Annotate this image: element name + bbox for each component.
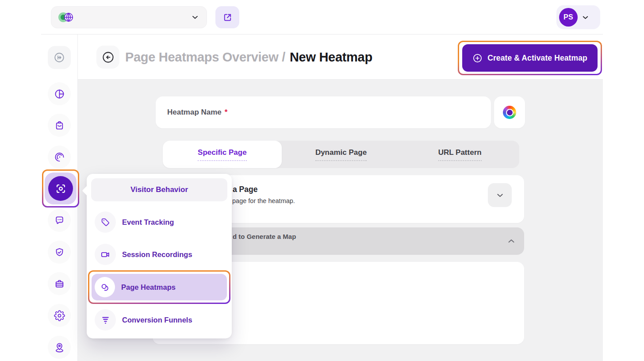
arrow-left-circle-icon [102, 51, 115, 64]
overlapping-circles-icon [95, 277, 115, 297]
collapse-sidebar-icon [54, 52, 65, 63]
gear-icon [54, 310, 65, 321]
chevron-down-icon [495, 191, 505, 200]
account-menu[interactable]: PS [556, 5, 600, 29]
menu-item-event-tracking[interactable]: Event Tracking [95, 211, 224, 233]
heatmap-name-placeholder: Heatmap Name [167, 108, 222, 117]
visitor-behavior-menu: Visitor Behavior Event Tracking Session … [87, 174, 232, 338]
page-type-tabs: Specific Page Dynamic Page URL Pattern [163, 141, 519, 168]
shopping-bag-icon [54, 120, 65, 131]
choose-page-description-fragment: page for the heatmap. [232, 197, 295, 204]
tab-dynamic-page[interactable]: Dynamic Page [282, 141, 401, 168]
shield-check-icon [54, 247, 65, 258]
tab-url-pattern[interactable]: URL Pattern [400, 141, 519, 168]
globe-icon [63, 12, 74, 23]
sidebar-item-privacy[interactable] [48, 241, 71, 264]
chevron-up-icon [506, 227, 516, 255]
open-site-button[interactable] [215, 6, 239, 28]
menu-item-conversion-funnels[interactable]: Conversion Funnels [95, 309, 224, 330]
sidebar-item-heatmaps-active[interactable] [45, 173, 77, 204]
sidebar-item-locations[interactable] [48, 336, 71, 359]
breadcrumb: Page Heatmaps Overview / New Heatmap [125, 35, 372, 80]
chevron-down-icon [191, 13, 199, 22]
required-asterisk: * [225, 108, 228, 117]
choose-page-title-fragment: a Page [233, 185, 257, 194]
chevron-down-icon [581, 13, 590, 22]
annotation-box-page-heatmaps: Page Heatmaps [88, 270, 230, 304]
color-wheel-icon [503, 106, 516, 119]
color-picker-button[interactable] [494, 96, 525, 128]
map-pin-icon [54, 342, 65, 353]
video-camera-icon [95, 244, 116, 265]
sidebar-item-insights[interactable] [48, 146, 71, 169]
menu-item-session-recordings[interactable]: Session Recordings [95, 244, 224, 265]
create-button-label: Create & Activate Heatmap [487, 54, 587, 63]
tag-icon [95, 211, 116, 233]
radar-icon [54, 152, 65, 163]
sidebar-item-collapse[interactable] [48, 46, 71, 69]
funnel-icon [95, 309, 116, 330]
choose-page-expand-button[interactable] [488, 183, 512, 207]
app-canvas: PS [0, 0, 644, 361]
site-status-icons [58, 12, 74, 23]
heatmap-scan-icon [48, 176, 73, 201]
chat-bubble-icon [54, 215, 65, 226]
sidebar-item-dashboard[interactable] [48, 82, 71, 105]
briefcase-icon [54, 278, 65, 289]
menu-header: Visitor Behavior [91, 178, 227, 201]
plus-circle-icon [472, 53, 483, 63]
pie-chart-icon [54, 88, 65, 100]
annotation-box-create-button: Create & Activate Heatmap [458, 41, 602, 75]
menu-item-page-heatmaps[interactable]: Page Heatmaps [92, 274, 227, 300]
avatar: PS [559, 8, 578, 27]
back-button[interactable] [96, 46, 119, 69]
sidebar-item-projects[interactable] [48, 272, 71, 295]
create-activate-heatmap-button[interactable]: Create & Activate Heatmap [462, 44, 598, 72]
sidebar-item-settings[interactable] [48, 304, 71, 327]
breadcrumb-parent: Page Heatmaps Overview / [125, 50, 285, 65]
top-bar: PS [0, 0, 644, 34]
site-selector-dropdown[interactable] [51, 6, 207, 28]
sidebar-item-feedback[interactable] [48, 209, 71, 232]
external-link-icon [222, 12, 233, 23]
tab-specific-page[interactable]: Specific Page [163, 141, 282, 168]
annotation-box-sidebar-heatmaps [42, 169, 79, 207]
sidebar-item-store[interactable] [48, 114, 71, 137]
page-title: New Heatmap [290, 50, 372, 65]
heatmap-name-input[interactable]: Heatmap Name * [156, 96, 491, 128]
generate-map-title-fragment: d to Generate a Map [233, 233, 296, 240]
